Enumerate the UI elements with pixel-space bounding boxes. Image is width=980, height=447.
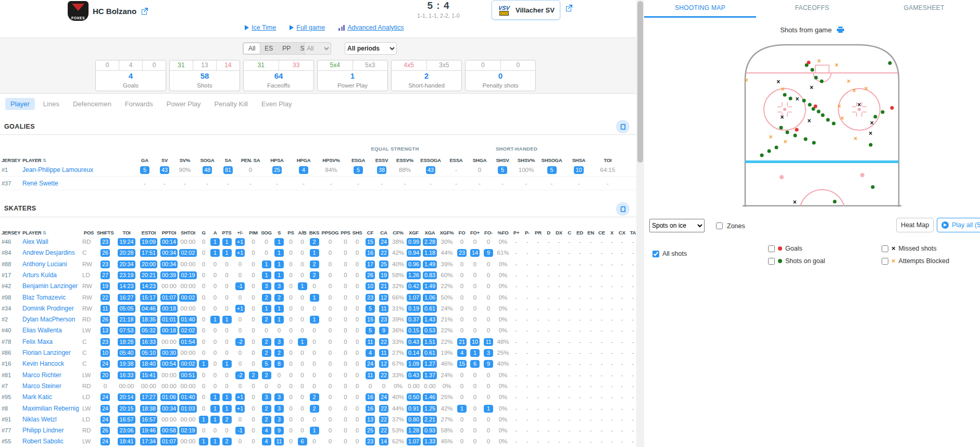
column-header-fo-[interactable]: FO+ [468,230,482,235]
column-header-sa[interactable]: SA [219,157,237,163]
skaters-glossary-button[interactable] [616,202,630,216]
legend-shots-on-goal[interactable]: Shots on goal [768,257,825,265]
column-header-shga[interactable]: SHGA [468,157,491,163]
column-header-essoga[interactable]: ESSOGA [417,157,444,163]
missed-shots-checkbox[interactable] [882,245,888,252]
shot-marker-blocked[interactable]: × [847,78,850,84]
column-header-shsoga[interactable]: SHSOGA [538,157,565,163]
column-header-c[interactable]: C [564,230,574,235]
column-header-dx[interactable]: DX [554,230,564,235]
column-header-pos[interactable]: POS [82,230,95,235]
column-header-essv[interactable]: ESSV [371,157,393,163]
spots-mode-select[interactable]: Spots on ice [649,219,705,232]
segment-pp[interactable]: PP [278,43,295,54]
shot-marker-shot-on-goal[interactable] [826,118,830,121]
column-header-pptoi[interactable]: PPTOI [159,230,179,235]
shot-marker-shot-on-goal[interactable] [821,114,825,117]
tab-lines[interactable]: Lines [38,98,65,110]
shot-marker-shot-on-goal[interactable] [812,141,816,145]
right-tab-faceoffs[interactable]: FACEOFFS [756,0,868,18]
shot-marker-shot-on-goal[interactable] [794,133,797,137]
shot-marker-shot-on-goal[interactable] [788,96,792,100]
team-filter-select[interactable]: All [304,42,331,55]
player-link[interactable]: Marco Richter [22,370,82,381]
shot-marker-blocked[interactable]: × [852,88,856,94]
player-link[interactable]: Benjamin Lanzinger [22,281,82,292]
column-header-hpsv-[interactable]: HPSV% [317,157,346,163]
column-header-ps[interactable]: PS [285,230,296,235]
shot-marker-blocked[interactable]: × [840,115,844,121]
player-link[interactable]: Arturs Kulda [22,270,82,281]
tab-power-play[interactable]: Power Play [161,98,206,110]
column-header-shsa[interactable]: SHSA [565,157,593,163]
column-header-pr[interactable]: PR [533,230,544,235]
column-header-pts[interactable]: PTS [220,230,233,235]
column-header-xgf-[interactable]: XGF% [438,230,456,235]
right-tab-shooting-map[interactable]: SHOOTING MAP [644,0,756,18]
shot-marker-blocked[interactable]: × [784,139,787,145]
player-link[interactable]: Marco Steiner [22,381,82,392]
column-header-fo-[interactable]: FO- [482,230,495,235]
column-header-jersey[interactable]: JERSEY [2,230,22,235]
goals-checkbox[interactable] [768,245,775,252]
shot-marker-blocked[interactable]: × [745,77,748,83]
column-header-shsv-[interactable]: SHSV% [514,157,538,163]
player-link[interactable]: Dylan MacPherson [22,314,82,325]
column-header-toi[interactable]: TOI [593,157,623,163]
away-team-selector[interactable]: VSV Villacher SV [492,0,560,20]
ice-time-link[interactable]: Ice Time [245,24,276,31]
column-header-ta[interactable]: TA [627,230,636,235]
shot-marker-missed[interactable]: × [793,199,797,205]
player-link[interactable]: Jean-Philippe Lamoureux [22,164,134,176]
shot-marker-missed[interactable]: × [869,130,872,136]
segment-all[interactable]: All [244,43,260,54]
shot-marker-shot-on-goal[interactable] [803,137,807,141]
segment-es[interactable]: ES [260,43,278,54]
shot-marker-shot-on-goal[interactable] [833,200,837,203]
goalies-glossary-button[interactable] [616,120,630,133]
column-header-xgf[interactable]: XGF [406,230,422,235]
column-header-p-[interactable]: P+ [511,230,522,235]
shot-marker-goal[interactable] [813,105,817,108]
shot-marker-shot-on-goal[interactable] [775,145,778,149]
advanced-analytics-link[interactable]: Advanced Analytics [338,24,404,31]
shot-marker-shot-on-goal[interactable] [767,149,771,153]
shot-marker-shot-on-goal[interactable] [871,185,875,189]
shot-marker-shot-on-goal[interactable] [874,115,877,118]
player-link[interactable]: Maximilian Rebernig [22,403,82,414]
legend-goals[interactable]: Goals [768,245,802,252]
zones-checkbox[interactable] [716,222,723,229]
legend-missed-shots[interactable]: × Missed shots [882,245,937,252]
period-filter-select[interactable]: All periods [345,42,397,55]
player-link[interactable]: Alex Wall [22,237,82,247]
shot-marker-missed[interactable]: × [807,118,811,124]
column-header-pen-sa[interactable]: PEN. SA [237,157,263,163]
column-header-s[interactable]: S [273,230,285,235]
column-header-a[interactable]: A [210,230,220,235]
column-header-player[interactable]: PLAYER⇅ [22,157,134,163]
column-header-en[interactable]: EN [585,230,596,235]
shot-marker-missed[interactable]: × [795,96,799,102]
column-header-g[interactable]: G [197,230,210,235]
column-header-ed[interactable]: ED [574,230,585,235]
shot-marker-goal[interactable] [890,106,894,109]
print-icon[interactable] [837,27,844,35]
player-link[interactable]: Mark Katic [22,392,82,403]
column-header-p-[interactable]: P- [522,230,533,235]
column-header--fo[interactable]: %FO [495,230,511,235]
column-header-player[interactable]: PLAYER⇅ [22,230,82,235]
scrollbar-thumb[interactable] [637,1,643,163]
shot-marker-shot-on-goal[interactable] [779,126,783,130]
shot-marker-blocked[interactable]: × [864,85,868,92]
column-header-cf[interactable]: CF [363,230,377,235]
column-header-sog[interactable]: SOG [260,230,273,235]
column-header-cf-[interactable]: CF% [391,230,406,235]
play-all-button[interactable]: ▶ Play all (58 [937,218,980,232]
column-header-essv-[interactable]: ESSV% [393,157,417,163]
shot-marker-shot-on-goal[interactable] [760,154,764,157]
shot-marker-blocked[interactable]: × [769,134,773,140]
shot-marker-blocked[interactable]: × [781,86,785,92]
column-header--[interactable]: +/- [233,230,247,235]
column-header-d[interactable]: D [544,230,554,235]
column-header-a-b[interactable]: A/B [296,230,308,235]
